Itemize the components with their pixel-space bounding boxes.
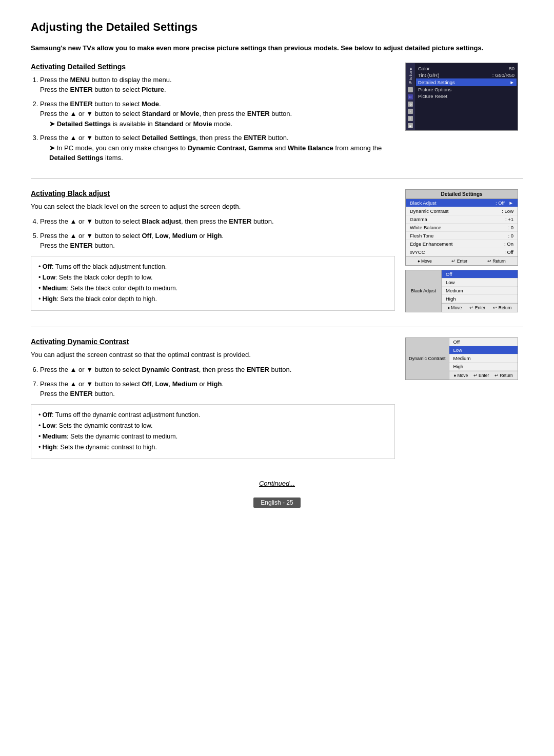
bullet-low-black: Low: Sets the black color depth to low. — [38, 272, 387, 283]
tv2-row-edge: Edge Enhancement: On — [406, 240, 518, 248]
tv1-row-tint: Tint (G/R): G50/R50 — [418, 72, 515, 78]
tv2-row-gamma: Gamma: +1 — [406, 215, 518, 224]
bullet-high-dc: High: Sets the dynamic contrast to high. — [38, 442, 387, 453]
step-7: Press the ▲ or ▼ button to select Off, L… — [40, 379, 395, 399]
section2-bullets: Off: Turns off the black adjustment func… — [31, 256, 395, 311]
note-2a: Detailed Settings is available in Standa… — [49, 119, 395, 129]
tv4-opt-high: High — [449, 363, 518, 371]
tv3-opt-low: Low — [442, 278, 518, 287]
tv1-row-options: Picture Options — [418, 86, 515, 93]
tv1-content: Color: 50 Tint (G/R): G50/R50 Detailed S… — [415, 63, 518, 131]
bullet-off-dc: Off: Turns off the dynamic contrast adju… — [38, 410, 387, 421]
section1-steps: Press the MENU button to display the men… — [40, 75, 395, 163]
tv3-options: Off Low Medium High ♦ Move ↵ Enter ↩ Ret… — [442, 270, 518, 312]
tv3-opt-medium: Medium — [442, 287, 518, 295]
tv2-title: Detailed Settings — [406, 190, 518, 199]
tv-screen-2: Detailed Settings Black Adjust: Off ► Dy… — [405, 189, 518, 266]
tv1-icon3: ⚙ — [408, 102, 413, 107]
step-2: Press the ENTER button to select Mode. P… — [40, 99, 395, 129]
tv3-move: ♦ Move — [448, 305, 462, 310]
tv2-row-wb: White Balance: 0 — [406, 224, 518, 232]
section1-right: Picture ☰ □ ⚙ ♪ ≡ ▣ Color: 50 Tint (G/R)… — [405, 63, 523, 168]
bullet-medium-black: Medium: Sets the black color depth to me… — [38, 283, 387, 294]
tv1-icon2: □ — [408, 94, 413, 100]
tv2-row-xvycc: xvYCC: Off — [406, 248, 518, 256]
tv1-icon4: ♪ — [408, 109, 413, 114]
step-1: Press the MENU button to display the men… — [40, 75, 395, 95]
tv4-options: Off Low Medium High ♦ Move ↵ Enter ↩ Ret… — [449, 338, 518, 380]
note-3a: In PC mode, you can only make changes to… — [49, 143, 395, 163]
section3: Activating Dynamic Contrast You can adju… — [31, 337, 523, 464]
tv1-row-reset: Picture Reset — [418, 93, 515, 100]
tv4-footer: ♦ Move ↵ Enter ↩ Return — [449, 371, 518, 380]
section1: Activating Detailed Settings Press the M… — [31, 63, 523, 168]
continued-link: Continued... — [31, 480, 523, 487]
tv1-sidebar-label: Picture — [408, 65, 413, 86]
tv3-label: Black Adjust — [406, 270, 442, 312]
tv1-icon6: ▣ — [408, 123, 413, 128]
tv3-return: ↩ Return — [493, 305, 511, 310]
intro-text: Samsung's new TVs allow you to make even… — [31, 43, 523, 53]
bullet-high-black: High: Sets the black color depth to high… — [38, 294, 387, 305]
section3-bullets: Off: Turns off the dynamic contrast adju… — [31, 404, 395, 459]
tv2-footer-return: ↩ Return — [487, 258, 506, 264]
tv3-enter: ↵ Enter — [469, 305, 485, 310]
tv2-row-dc: Dynamic Contrast: Low — [406, 207, 518, 215]
tv3-opt-off: Off — [442, 270, 518, 278]
section2-right: Detailed Settings Black Adjust: Off ► Dy… — [405, 189, 523, 316]
tv4-move: ♦ Move — [454, 373, 468, 378]
tv3-footer: ♦ Move ↵ Enter ↩ Return — [442, 303, 518, 312]
tv-screen-4: Dynamic Contrast Off Low Medium High ♦ M… — [405, 337, 518, 380]
tv2-footer-move: ♦ Move — [418, 258, 431, 264]
section2: Activating Black adjust You can select t… — [31, 189, 523, 316]
section2-left: Activating Black adjust You can select t… — [31, 189, 395, 316]
step-5: Press the ▲ or ▼ button to select Off, L… — [40, 231, 395, 251]
step-4: Press the ▲ or ▼ button to select Black … — [40, 216, 395, 227]
section3-right: Dynamic Contrast Off Low Medium High ♦ M… — [405, 337, 523, 464]
section3-steps: Press the ▲ or ▼ button to select Dynami… — [40, 365, 395, 399]
tv4-opt-off: Off — [449, 338, 518, 346]
bullet-low-dc: Low: Sets the dynamic contrast to low. — [38, 421, 387, 431]
tv3-opt-high: High — [442, 295, 518, 303]
divider-1 — [31, 178, 523, 179]
section3-left: Activating Dynamic Contrast You can adju… — [31, 337, 395, 464]
tv2-footer: ♦ Move ↵ Enter ↩ Return — [406, 256, 518, 265]
section3-intro: You can adjust the screen contrast so th… — [31, 350, 395, 360]
tv1-sidebar: Picture ☰ □ ⚙ ♪ ≡ ▣ — [406, 63, 415, 131]
section2-intro: You can select the black level on the sc… — [31, 202, 395, 212]
tv-screen-1: Picture ☰ □ ⚙ ♪ ≡ ▣ Color: 50 Tint (G/R)… — [405, 63, 518, 131]
step-6: Press the ▲ or ▼ button to select Dynami… — [40, 365, 395, 375]
page-title: Adjusting the Detailed Settings — [31, 21, 523, 34]
tv4-return: ↩ Return — [494, 373, 513, 378]
bullet-medium-dc: Medium: Sets the dynamic contrast to med… — [38, 431, 387, 442]
step-3: Press the ▲ or ▼ button to select Detail… — [40, 133, 395, 163]
section3-heading: Activating Dynamic Contrast — [31, 337, 395, 346]
tv4-opt-medium: Medium — [449, 354, 518, 363]
tv1-icon5: ≡ — [408, 116, 413, 121]
tv4-label: Dynamic Contrast — [406, 338, 449, 380]
tv4-opt-low: Low — [449, 346, 518, 354]
tv1-icon1: ☰ — [408, 87, 413, 92]
section1-heading: Activating Detailed Settings — [31, 63, 395, 71]
section2-steps: Press the ▲ or ▼ button to select Black … — [40, 216, 395, 251]
divider-2 — [31, 327, 523, 327]
footer-bar: English - 25 — [31, 498, 523, 508]
tv2-footer-enter: ↵ Enter — [451, 258, 467, 264]
tv2-row-black: Black Adjust: Off ► — [406, 199, 518, 207]
tv-screen-3: Black Adjust Off Low Medium High ♦ Move … — [405, 270, 518, 312]
bullet-off-black: Off: Turns off the black adjustment func… — [38, 262, 387, 272]
tv1-row-color: Color: 50 — [418, 65, 515, 72]
section2-heading: Activating Black adjust — [31, 189, 395, 197]
tv1-row-detailed: Detailed Settings► — [416, 78, 517, 86]
tv4-enter: ↵ Enter — [473, 373, 489, 378]
tv2-row-flesh: Flesh Tone: 0 — [406, 232, 518, 240]
section1-left: Activating Detailed Settings Press the M… — [31, 63, 395, 168]
footer-badge: English - 25 — [253, 498, 300, 508]
